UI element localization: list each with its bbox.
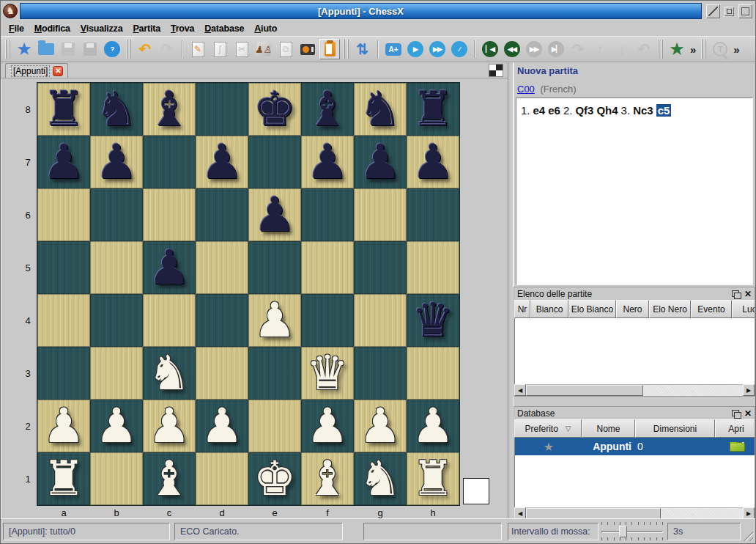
menu-file[interactable]: File	[4, 23, 29, 35]
help-icon[interactable]: ?	[102, 39, 122, 59]
black-pawn[interactable]: ♟	[148, 242, 190, 293]
toolbar-overflow-icon[interactable]: »	[688, 43, 698, 56]
square-g4[interactable]	[354, 294, 407, 347]
white-pawn[interactable]: ♟	[95, 400, 138, 452]
black-pawn[interactable]: ♟	[201, 136, 243, 188]
square-h7[interactable]: ♟	[407, 136, 459, 188]
white-king[interactable]: ♚	[253, 453, 296, 504]
square-e3[interactable]	[248, 347, 301, 400]
square-d6[interactable]	[196, 188, 248, 241]
square-a1[interactable]: ♜	[37, 452, 90, 505]
white-pawn[interactable]: ♟	[306, 400, 349, 452]
square-f1[interactable]: ♝	[301, 452, 354, 505]
move-token[interactable]: Qh4	[596, 104, 618, 117]
square-d4[interactable]	[196, 294, 248, 347]
toolbar-handle[interactable]	[701, 40, 706, 59]
chess-board[interactable]: ♜♞♝♚♝♞♜♟♟♟♟♟♟♟♟♟♛♞♛♟♟♟♟♟♟♟♜♝♚♝♞♜	[37, 82, 460, 506]
scroll-right-icon[interactable]: ▶	[743, 384, 755, 396]
open-database-icon[interactable]	[36, 39, 56, 59]
square-f4[interactable]	[301, 294, 354, 347]
new-game-icon[interactable]: ★	[667, 39, 687, 59]
square-a8[interactable]: ♜	[37, 83, 90, 136]
toolbar-handle[interactable]	[126, 40, 131, 59]
copy-game-icon[interactable]: ⧉	[275, 39, 296, 59]
database-hscroll[interactable]: ◀ ▶	[514, 507, 755, 519]
square-e6[interactable]: ♟	[248, 188, 301, 241]
toolbar-overflow-icon[interactable]: »	[731, 43, 741, 56]
prev-move-icon[interactable]: ◀◀	[502, 39, 522, 59]
toolbar-handle[interactable]	[658, 40, 663, 59]
undo-icon[interactable]: ↶	[135, 39, 155, 59]
square-g1[interactable]: ♞	[354, 452, 407, 505]
game-list-body[interactable]	[514, 318, 755, 384]
square-c8[interactable]: ♝	[143, 83, 196, 136]
square-g3[interactable]	[354, 347, 407, 400]
maximize-button[interactable]	[738, 4, 752, 18]
menu-trova[interactable]: Trova	[166, 23, 199, 35]
square-h5[interactable]	[407, 241, 459, 294]
square-b6[interactable]	[90, 188, 143, 241]
square-f3[interactable]: ♛	[301, 347, 354, 400]
black-queen[interactable]: ♛	[412, 295, 454, 346]
autoplay-icon[interactable]: ▶▶	[427, 39, 448, 59]
square-g6[interactable]	[354, 188, 407, 241]
black-bishop[interactable]: ♝	[148, 84, 190, 135]
square-b5[interactable]	[90, 241, 143, 294]
toolbar-handle[interactable]	[5, 40, 10, 59]
move-token[interactable]: Nc3	[633, 104, 653, 117]
down-variation-icon[interactable]: ↓	[612, 39, 632, 59]
white-pawn[interactable]: ♟	[359, 400, 401, 452]
square-g7[interactable]: ♟	[354, 136, 407, 188]
square-b4[interactable]	[90, 294, 143, 347]
menu-modifica[interactable]: Modifica	[29, 23, 75, 35]
scroll-thumb[interactable]	[526, 385, 643, 396]
scroll-right-icon[interactable]: ▶	[743, 507, 755, 519]
square-e7[interactable]	[248, 136, 301, 188]
tab-appunti[interactable]: [Appunti] ✕	[5, 63, 68, 78]
menu-aiuto[interactable]: Aiuto	[249, 23, 282, 35]
square-d7[interactable]: ♟	[196, 136, 248, 188]
square-b8[interactable]: ♞	[90, 83, 143, 136]
up-variation-icon[interactable]: ↑	[590, 39, 610, 59]
square-e8[interactable]: ♚	[248, 83, 301, 136]
game-list-hscroll[interactable]: ◀ ▶	[514, 384, 755, 396]
column-header-nome[interactable]: Nome	[582, 419, 635, 438]
slider-thumb[interactable]	[619, 526, 627, 537]
square-b2[interactable]: ♟	[90, 400, 143, 452]
black-rook[interactable]: ♜	[412, 84, 454, 135]
column-header-elo-bianco[interactable]: Elo Bianco	[568, 300, 616, 318]
square-f8[interactable]: ♝	[301, 83, 354, 136]
white-bishop[interactable]: ♝	[148, 453, 190, 504]
square-h2[interactable]: ♟	[407, 400, 459, 452]
square-d5[interactable]	[196, 241, 248, 294]
move-interval-slider[interactable]	[600, 522, 664, 541]
square-a4[interactable]	[37, 294, 90, 347]
close-dock-icon[interactable]: ✕	[744, 410, 752, 417]
move-token[interactable]: Qf3	[575, 104, 593, 117]
square-c1[interactable]: ♝	[143, 452, 196, 505]
float-dock-icon[interactable]	[732, 290, 739, 297]
white-pawn[interactable]: ♟	[253, 295, 296, 346]
black-pawn[interactable]: ♟	[306, 136, 349, 188]
black-knight[interactable]: ♞	[95, 84, 138, 135]
white-knight[interactable]: ♞	[148, 348, 190, 399]
white-rook[interactable]: ♜	[412, 453, 454, 504]
square-g8[interactable]: ♞	[354, 83, 407, 136]
black-pawn[interactable]: ♟	[253, 189, 296, 240]
white-knight[interactable]: ♞	[359, 453, 401, 504]
square-e2[interactable]	[248, 400, 301, 452]
white-pawn[interactable]: ♟	[42, 400, 85, 452]
toolbar-handle[interactable]	[344, 40, 349, 59]
square-f2[interactable]: ♟	[301, 400, 354, 452]
black-rook[interactable]: ♜	[42, 84, 85, 135]
eco-link[interactable]: C00	[517, 84, 535, 95]
moves-box[interactable]: 1.e4e62.Qf3Qh43.Nc3c5	[516, 98, 753, 285]
move-token[interactable]: e4	[533, 104, 546, 117]
black-pawn[interactable]: ♟	[359, 136, 401, 188]
menu-database[interactable]: Database	[199, 23, 249, 35]
square-d3[interactable]	[196, 347, 248, 400]
next-move-icon[interactable]: ▶▶	[524, 39, 544, 59]
square-h8[interactable]: ♜	[407, 83, 459, 136]
white-queen[interactable]: ♛	[306, 348, 349, 399]
move-token[interactable]: e6	[548, 104, 560, 117]
